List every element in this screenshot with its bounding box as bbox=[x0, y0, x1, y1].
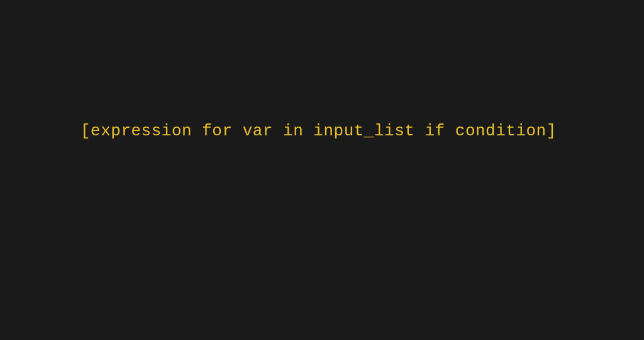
code-comprehension-syntax: [expression for var in input_list if con… bbox=[80, 122, 557, 140]
